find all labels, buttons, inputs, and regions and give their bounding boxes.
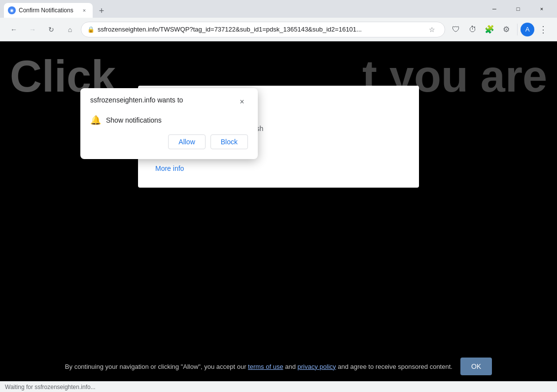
- back-button[interactable]: ←: [6, 22, 22, 37]
- bell-icon: 🔔: [90, 115, 101, 126]
- new-tab-button[interactable]: +: [95, 4, 108, 18]
- lock-icon: 🔒: [87, 26, 95, 33]
- history-button[interactable]: ⏱: [465, 22, 481, 37]
- more-info-link[interactable]: More info: [155, 164, 184, 172]
- block-button[interactable]: Block: [210, 134, 248, 149]
- tab-close-button[interactable]: ×: [80, 6, 89, 15]
- tab-strip: ◉ Confirm Notifications × +: [4, 0, 481, 18]
- divider: [517, 24, 518, 35]
- close-button[interactable]: ×: [530, 1, 553, 17]
- consent-text: By continuing your navigation or clickin…: [65, 363, 453, 370]
- navigation-bar: ← → ↻ ⌂ 🔒 ssfrozenseighten.info/TWSWQP?t…: [0, 18, 557, 41]
- home-button[interactable]: ⌂: [62, 22, 78, 37]
- minimize-button[interactable]: ─: [483, 1, 506, 17]
- terms-link[interactable]: terms of use: [248, 363, 283, 370]
- url-text: ssfrozenseighten.info/TWSWQP?tag_id=7371…: [98, 26, 422, 33]
- extensions-button[interactable]: 🧩: [482, 22, 497, 37]
- forward-button[interactable]: →: [25, 22, 40, 37]
- title-bar: ◉ Confirm Notifications × + ─ □ ×: [0, 0, 557, 18]
- tab-title: Confirm Notifications: [19, 7, 77, 14]
- window-controls: ─ □ ×: [483, 1, 553, 17]
- shield-icon-button[interactable]: 🛡: [448, 22, 464, 37]
- notification-permission-popup: ssfrozenseighten.info wants to × 🔔 Show …: [80, 88, 258, 159]
- popup-title: ssfrozenseighten.info wants to: [90, 96, 183, 104]
- settings-icon-button[interactable]: ⚙: [498, 22, 514, 37]
- reload-button[interactable]: ↻: [43, 22, 59, 37]
- browser-menu-button[interactable]: ⋮: [535, 22, 551, 37]
- active-tab[interactable]: ◉ Confirm Notifications ×: [4, 3, 93, 18]
- page-content: Click t you are se this window sed by pr…: [0, 41, 557, 381]
- consent-bar: By continuing your navigation or clickin…: [0, 352, 557, 381]
- bookmark-button[interactable]: ☆: [425, 23, 439, 36]
- popup-buttons: Allow Block: [90, 134, 248, 149]
- address-bar[interactable]: 🔒 ssfrozenseighten.info/TWSWQP?tag_id=73…: [81, 22, 445, 37]
- popup-permission-row: 🔔 Show notifications: [90, 115, 248, 126]
- status-text: Waiting for ssfrozenseighten.info...: [5, 384, 96, 391]
- tab-favicon: ◉: [8, 6, 16, 14]
- popup-close-button[interactable]: ×: [236, 96, 248, 108]
- allow-button[interactable]: Allow: [168, 134, 205, 149]
- maximize-button[interactable]: □: [507, 1, 529, 17]
- permission-text: Show notifications: [106, 116, 162, 124]
- profile-button[interactable]: A: [521, 23, 534, 36]
- popup-header: ssfrozenseighten.info wants to ×: [90, 96, 248, 108]
- ok-button[interactable]: OK: [460, 358, 492, 375]
- status-bar: Waiting for ssfrozenseighten.info...: [0, 381, 557, 392]
- browser-window: ◉ Confirm Notifications × + ─ □ × ← → ↻ …: [0, 0, 557, 392]
- privacy-link[interactable]: privacy policy: [298, 363, 336, 370]
- nav-right-icons: 🛡 ⏱ 🧩 ⚙ A ⋮: [448, 22, 551, 37]
